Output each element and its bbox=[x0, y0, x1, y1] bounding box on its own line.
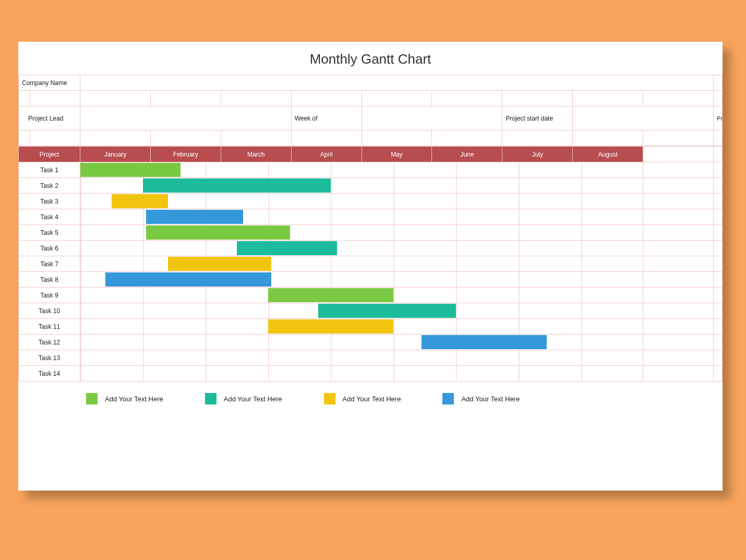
task-row: Task 11 bbox=[19, 319, 723, 335]
task-row: Task 4 bbox=[19, 209, 723, 225]
gantt-bar-area[interactable] bbox=[80, 288, 643, 303]
task-name-cell[interactable]: Task 3 bbox=[19, 194, 80, 209]
task-row: Task 7 bbox=[19, 256, 723, 272]
task-name-cell[interactable]: Task 13 bbox=[19, 350, 80, 366]
gantt-bar[interactable] bbox=[105, 272, 271, 287]
legend-label: Add Your Text Here bbox=[343, 395, 401, 403]
gantt-bar-area[interactable] bbox=[80, 303, 643, 319]
gantt-bar-area[interactable] bbox=[80, 272, 643, 288]
gantt-bar-area[interactable] bbox=[80, 209, 643, 225]
legend-item: Add Your Text Here bbox=[442, 393, 520, 404]
gantt-bar[interactable] bbox=[237, 241, 337, 255]
task-row: Task 9 bbox=[19, 288, 723, 303]
legend-label: Add Your Text Here bbox=[224, 395, 282, 403]
month-header: January bbox=[80, 147, 151, 162]
gantt-bar[interactable] bbox=[268, 288, 393, 302]
start-date-cell[interactable] bbox=[573, 106, 714, 130]
legend-swatch-icon bbox=[324, 393, 335, 404]
legend-item: Add Your Text Here bbox=[205, 393, 282, 404]
month-header: June bbox=[432, 147, 502, 162]
gantt-bar-area[interactable] bbox=[80, 319, 643, 335]
start-date-label: Project start date bbox=[502, 106, 573, 130]
task-row: Task 6 bbox=[19, 241, 723, 256]
gantt-bar-area[interactable] bbox=[80, 178, 643, 194]
legend-swatch-icon bbox=[205, 393, 216, 404]
task-name-cell[interactable]: Task 12 bbox=[19, 335, 80, 350]
spreadsheet-sheet: Monthly Gantt Chart Company Name Project… bbox=[18, 42, 723, 491]
month-header: July bbox=[502, 147, 573, 162]
project-column-header: Project bbox=[19, 147, 80, 162]
page-title: Monthly Gantt Chart bbox=[18, 42, 723, 75]
header-table: Company Name Project Lead Week of Projec… bbox=[18, 75, 723, 146]
task-row: Task 8 bbox=[19, 272, 723, 288]
gantt-bar[interactable] bbox=[143, 178, 331, 193]
month-header: March bbox=[221, 147, 291, 162]
task-name-cell[interactable]: Task 7 bbox=[19, 256, 80, 272]
legend-label: Add Your Text Here bbox=[105, 395, 163, 403]
legend: Add Your Text Here Add Your Text Here Ad… bbox=[18, 382, 723, 404]
month-header: April bbox=[291, 147, 362, 162]
task-name-cell[interactable]: Task 1 bbox=[19, 162, 80, 178]
project-lead-cell[interactable] bbox=[80, 106, 292, 130]
task-row: Task 2 bbox=[19, 178, 723, 194]
month-header: August bbox=[573, 147, 643, 162]
company-name-label: Company Name bbox=[19, 75, 80, 91]
gantt-bar[interactable] bbox=[168, 257, 271, 271]
legend-item: Add Your Text Here bbox=[86, 393, 163, 404]
month-header: February bbox=[150, 147, 221, 162]
task-name-cell[interactable]: Task 5 bbox=[19, 225, 80, 241]
task-name-cell[interactable]: Task 4 bbox=[19, 209, 80, 225]
gantt-bar-area[interactable] bbox=[80, 256, 643, 272]
task-name-cell[interactable]: Task 11 bbox=[19, 319, 80, 335]
task-row: Task 14 bbox=[19, 366, 723, 382]
legend-swatch-icon bbox=[86, 393, 98, 404]
task-row: Task 5 bbox=[19, 225, 723, 241]
gantt-bar-area[interactable] bbox=[80, 194, 643, 209]
gantt-bar[interactable] bbox=[112, 194, 168, 208]
gantt-bar[interactable] bbox=[80, 163, 181, 177]
task-name-cell[interactable]: Task 2 bbox=[19, 178, 80, 194]
task-name-cell[interactable]: Task 14 bbox=[19, 366, 80, 382]
task-name-cell[interactable]: Task 6 bbox=[19, 241, 80, 256]
end-date-label: Project end date bbox=[714, 106, 723, 130]
gantt-bar-area[interactable] bbox=[80, 241, 643, 256]
task-row: Task 10 bbox=[19, 303, 723, 319]
task-name-cell[interactable]: Task 8 bbox=[19, 272, 80, 288]
legend-item: Add Your Text Here bbox=[324, 393, 401, 404]
gantt-bar-area[interactable] bbox=[80, 366, 643, 382]
task-row: Task 13 bbox=[19, 350, 723, 366]
task-name-cell[interactable]: Task 9 bbox=[19, 288, 80, 303]
gantt-bar-area[interactable] bbox=[80, 335, 643, 350]
gantt-bar[interactable] bbox=[146, 225, 290, 240]
week-of-cell[interactable] bbox=[362, 106, 502, 130]
gantt-bar[interactable] bbox=[422, 335, 547, 349]
month-header: May bbox=[362, 147, 432, 162]
task-row: Task 1 bbox=[19, 162, 723, 178]
legend-swatch-icon bbox=[442, 393, 454, 404]
task-name-cell[interactable]: Task 10 bbox=[19, 303, 80, 319]
task-row: Task 12 bbox=[19, 335, 723, 350]
gantt-bar-area[interactable] bbox=[80, 225, 643, 241]
gantt-bar-area[interactable] bbox=[80, 162, 643, 178]
gantt-bar[interactable] bbox=[146, 210, 243, 224]
gantt-bar-area[interactable] bbox=[80, 350, 643, 366]
legend-label: Add Your Text Here bbox=[461, 395, 520, 403]
company-name-cell[interactable] bbox=[80, 75, 714, 91]
project-lead-label: Project Lead bbox=[19, 106, 80, 130]
week-of-label: Week of bbox=[291, 106, 362, 130]
gantt-table: Project January February March April May… bbox=[18, 146, 723, 382]
gantt-bar[interactable] bbox=[318, 304, 456, 318]
months-header-row: Project January February March April May… bbox=[19, 147, 723, 162]
gantt-bar[interactable] bbox=[268, 319, 393, 333]
task-row: Task 3 bbox=[19, 194, 723, 209]
